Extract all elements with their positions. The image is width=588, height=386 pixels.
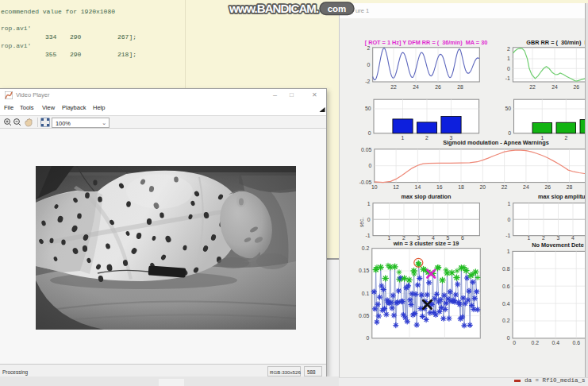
svg-text:win = 3 cluster size = 19: win = 3 cluster size = 19	[393, 240, 459, 247]
svg-text:0: 0	[367, 217, 371, 222]
svg-text:28: 28	[457, 84, 463, 90]
svg-text:-2: -2	[365, 79, 370, 84]
svg-text:20: 20	[480, 184, 486, 190]
svg-text:0.1: 0.1	[362, 291, 370, 296]
svg-text:-1: -1	[365, 233, 370, 238]
svg-text:sec.: sec.	[359, 218, 364, 227]
svg-text:0: 0	[513, 340, 516, 345]
svg-text:22: 22	[390, 84, 397, 90]
svg-text:24: 24	[523, 184, 529, 190]
svg-text:6: 6	[461, 235, 464, 241]
svg-text:24: 24	[413, 84, 419, 90]
svg-text:10: 10	[371, 184, 378, 190]
svg-text:GBR RR = ( 30/min) M: GBR RR = ( 30/min) M	[526, 39, 588, 46]
svg-text:-1: -1	[505, 75, 510, 81]
svg-text:0: 0	[507, 335, 510, 341]
svg-text:14: 14	[415, 184, 421, 190]
svg-text:2: 2	[564, 135, 567, 141]
svg-text:max slop duration: max slop duration	[402, 193, 452, 200]
svg-text:1: 1	[507, 249, 510, 254]
svg-text:0.6: 0.6	[502, 284, 510, 289]
svg-text:No Movement Dete: No Movement Dete	[532, 241, 584, 249]
svg-text:1: 1	[507, 201, 510, 207]
svg-text:0.2: 0.2	[502, 318, 510, 323]
svg-text:2: 2	[542, 235, 545, 241]
svg-text:0.2: 0.2	[531, 340, 539, 345]
svg-text:28: 28	[567, 184, 573, 190]
svg-text:18: 18	[458, 184, 464, 190]
svg-text:0: 0	[367, 62, 370, 68]
svg-text:0: 0	[508, 130, 511, 136]
svg-text:2: 2	[367, 45, 370, 51]
svg-text:0: 0	[367, 335, 370, 341]
svg-text:22: 22	[502, 184, 508, 190]
svg-text:3: 3	[557, 235, 560, 241]
svg-text:2: 2	[507, 46, 510, 52]
svg-text:0.05: 0.05	[359, 313, 369, 318]
svg-text:0.8: 0.8	[502, 266, 510, 272]
svg-text:2: 2	[425, 135, 429, 141]
svg-text:16: 16	[436, 184, 443, 190]
svg-text:26: 26	[544, 184, 551, 190]
svg-text:0.4: 0.4	[502, 301, 510, 307]
svg-text:Sigmoid modulation - Apnea War: Sigmoid modulation - Apnea Warnings	[443, 139, 549, 146]
svg-text:max slop amplitude: max slop amplitude	[538, 193, 588, 200]
svg-text:50: 50	[365, 106, 371, 111]
svg-text:0.2: 0.2	[362, 245, 370, 251]
svg-text:26: 26	[435, 84, 441, 90]
svg-text:12: 12	[393, 184, 399, 190]
svg-text:0.6: 0.6	[572, 340, 580, 345]
svg-text:1: 1	[507, 56, 510, 61]
svg-text:-1: -1	[505, 233, 510, 238]
svg-text:0.15: 0.15	[359, 268, 369, 273]
svg-text:1: 1	[388, 235, 391, 241]
svg-text:0.05: 0.05	[361, 147, 371, 152]
svg-text:-0.05: -0.05	[359, 179, 372, 185]
svg-text:26: 26	[574, 84, 580, 90]
svg-text:0: 0	[507, 217, 510, 222]
svg-text:24: 24	[551, 84, 558, 90]
svg-text:22: 22	[529, 84, 536, 90]
svg-text:com: com	[328, 4, 347, 14]
svg-text:0.4: 0.4	[551, 340, 559, 345]
svg-text:50: 50	[505, 106, 511, 111]
svg-text:[ ROT = 1 Hz] Y DFM RR = ( 36: [ ROT = 1 Hz] Y DFM RR = ( 36/min) MA = …	[365, 39, 488, 46]
svg-text:4: 4	[571, 235, 575, 241]
svg-text:0: 0	[368, 130, 371, 136]
svg-text:0: 0	[507, 66, 510, 71]
svg-text:1: 1	[402, 135, 405, 141]
svg-text:1: 1	[528, 235, 531, 241]
svg-text:0: 0	[369, 163, 372, 168]
svg-text:www.BANDICAM.: www.BANDICAM.	[229, 2, 319, 15]
svg-text:1: 1	[367, 201, 371, 207]
